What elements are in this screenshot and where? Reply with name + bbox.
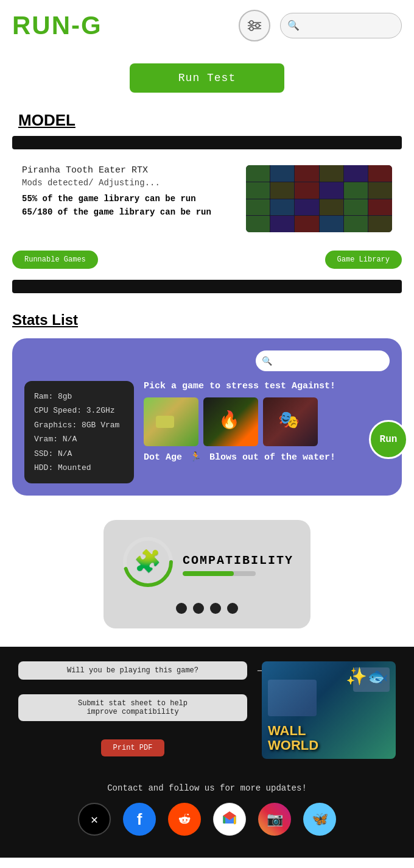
gmail-icon[interactable] xyxy=(213,803,246,836)
x-twitter-icon[interactable]: ✕ xyxy=(78,803,111,836)
stats-ram: Ram: 8gb xyxy=(34,390,124,404)
compat-puzzle-icon: 🧩 xyxy=(134,549,161,575)
stats-hdd: HDD: Mounted xyxy=(34,461,124,475)
compat-label-row: 🧩 COMPATIBILITY xyxy=(121,535,293,594)
model-info: Piranha Tooth Eater RTX Mods detected/ A… xyxy=(22,165,246,221)
game-cover-box xyxy=(268,680,317,716)
svg-point-0 xyxy=(250,21,253,24)
runner-icon: 🏃 xyxy=(190,451,202,463)
compat-dot-2 xyxy=(193,603,204,614)
prompt-box-1: Will you be playing this game? → xyxy=(18,661,247,680)
svg-point-2 xyxy=(250,27,253,30)
logo-highlight: G xyxy=(81,11,102,40)
game-title-line2: WORLD xyxy=(268,738,318,753)
stats-graphics: Graphics: 8GB Vram xyxy=(34,418,124,432)
model-screenshot xyxy=(246,165,392,232)
stats-title: Stats List xyxy=(12,311,402,329)
model-mods: Mods detected/ Adjusting... xyxy=(22,178,236,188)
compatibility-section: 🧩 COMPATIBILITY xyxy=(0,502,414,647)
game-cover-image: ✨🐟 WALL WORLD xyxy=(262,661,396,759)
model-stat2: 65/180 of the game library can be run xyxy=(22,207,236,217)
stats-search-icon: 🔍 xyxy=(262,356,272,366)
compat-dots xyxy=(176,603,238,614)
game-image-3[interactable] xyxy=(263,397,318,446)
stats-cpu: CPU Speed: 3.2GHz xyxy=(34,404,124,418)
stats-vram: Vram: N/A xyxy=(34,432,124,446)
reddit-svg xyxy=(176,811,193,828)
game-image-1[interactable] xyxy=(144,397,198,446)
stats-info-box: Ram: 8gb CPU Speed: 3.2GHz Graphics: 8GB… xyxy=(24,381,134,483)
game-name: Dot Age xyxy=(144,452,182,463)
run-test-button[interactable]: Run Test xyxy=(130,63,284,93)
stats-search-input[interactable] xyxy=(256,350,390,371)
compat-dot-1 xyxy=(176,603,187,614)
game-library-button[interactable]: Game Library xyxy=(325,251,402,269)
game-images xyxy=(144,397,390,446)
svg-point-1 xyxy=(256,24,259,27)
stats-games: Pick a game to stress test Against! Dot … xyxy=(144,381,390,483)
stats-search: 🔍 xyxy=(24,350,390,371)
stats-ssd: SSD: N/A xyxy=(34,447,124,461)
compat-icon-wrap: 🧩 xyxy=(121,535,175,589)
model-section: MODEL Piranha Tooth Eater RTX Mods detec… xyxy=(0,111,414,293)
compat-label: COMPATIBILITY xyxy=(183,553,293,567)
compat-dot-3 xyxy=(210,603,221,614)
gmail-svg xyxy=(221,811,238,828)
prompt2-text: Submit stat sheet to helpimprove compati… xyxy=(78,699,188,716)
model-stat1: 55% of the game library can be run xyxy=(22,194,236,204)
social-section: Contact and follow us for more updates! … xyxy=(0,777,414,858)
search-icon: 🔍 xyxy=(287,20,300,32)
runnable-games-button[interactable]: Runnable Games xyxy=(12,251,98,269)
model-divider xyxy=(12,136,402,149)
blows-text: Blows out of the water! xyxy=(209,452,335,463)
compat-progress-bar xyxy=(183,571,256,576)
compat-dot-4 xyxy=(227,603,238,614)
stats-pick-text: Pick a game to stress test Against! xyxy=(144,381,390,391)
facebook-icon[interactable]: f xyxy=(123,803,156,836)
logo-text: RUN- xyxy=(12,11,81,40)
model-name: Piranha Tooth Eater RTX xyxy=(22,165,236,176)
wall-world-label: WALL WORLD xyxy=(268,724,318,753)
stats-card: 🔍 Ram: 8gb CPU Speed: 3.2GHz Graphics: 8… xyxy=(12,338,402,496)
game-grid xyxy=(246,165,392,232)
filter-button[interactable] xyxy=(239,10,270,41)
game-title-line1: WALL xyxy=(268,723,306,738)
bottom-row: Will you be playing this game? → Submit … xyxy=(18,661,396,759)
header: RUN-G 🔍 xyxy=(0,0,414,51)
stats-game-label: Dot Age 🏃 Blows out of the water! xyxy=(144,451,390,463)
model-card: Piranha Tooth Eater RTX Mods detected/ A… xyxy=(12,155,402,242)
filter-icon xyxy=(247,18,262,34)
game-cover-icons: ✨🐟 xyxy=(346,666,388,687)
bluesky-icon[interactable]: 🦋 xyxy=(303,803,336,836)
bottom-section: Will you be playing this game? → Submit … xyxy=(0,647,414,777)
social-icons: ✕ f 📷 🦋 xyxy=(0,803,414,845)
model-buttons: Runnable Games Game Library xyxy=(0,242,414,277)
bottom-prompts: Will you be playing this game? → Submit … xyxy=(18,661,247,756)
compatibility-card: 🧩 COMPATIBILITY xyxy=(103,520,310,628)
instagram-icon[interactable]: 📷 xyxy=(258,803,291,836)
game-image-2[interactable] xyxy=(203,397,258,446)
model-bottom-divider xyxy=(12,280,402,293)
run-test-section: Run Test xyxy=(0,51,414,111)
run-button[interactable]: Run xyxy=(369,420,408,459)
prompt1-text: Will you be playing this game? xyxy=(67,666,198,675)
social-follow-text: Contact and follow us for more updates! xyxy=(0,777,414,803)
logo: RUN-G xyxy=(12,11,102,40)
model-title: MODEL xyxy=(0,111,414,136)
stats-search-wrap: 🔍 xyxy=(256,350,390,371)
print-pdf-button[interactable]: Print PDF xyxy=(101,739,165,756)
stats-section: Stats List 🔍 Ram: 8gb CPU Speed: 3.2GHz … xyxy=(0,299,414,502)
prompt-box-2: Submit stat sheet to helpimprove compati… xyxy=(18,694,247,721)
compat-progress-fill xyxy=(183,571,234,576)
reddit-icon[interactable] xyxy=(168,803,201,836)
stats-body: Ram: 8gb CPU Speed: 3.2GHz Graphics: 8GB… xyxy=(24,381,390,483)
